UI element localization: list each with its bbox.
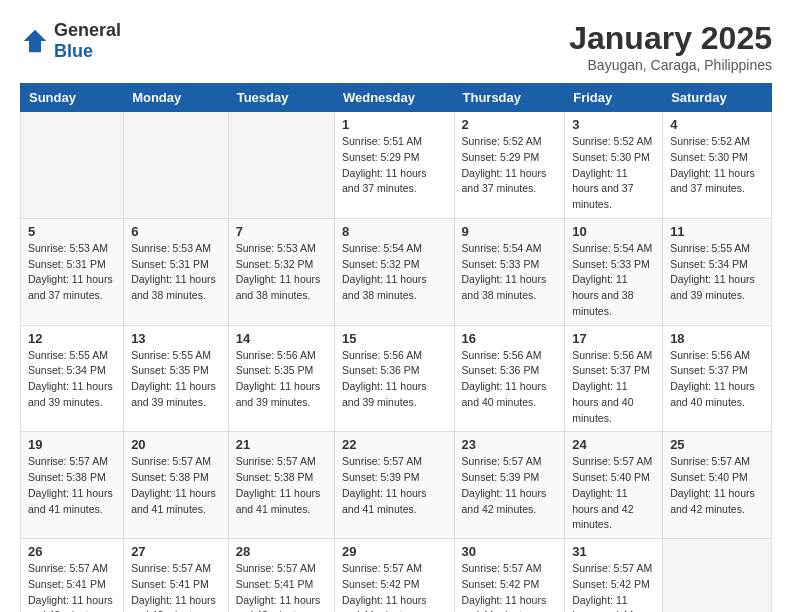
day-number: 22: [342, 437, 447, 452]
day-info: Sunrise: 5:52 AMSunset: 5:30 PMDaylight:…: [572, 134, 655, 213]
day-info: Sunrise: 5:57 AMSunset: 5:41 PMDaylight:…: [131, 561, 221, 612]
day-cell: [124, 112, 229, 219]
page-header: General Blue January 2025 Bayugan, Carag…: [20, 20, 772, 73]
day-cell: 18Sunrise: 5:56 AMSunset: 5:37 PMDayligh…: [663, 325, 772, 432]
day-number: 25: [670, 437, 764, 452]
day-number: 13: [131, 331, 221, 346]
day-number: 15: [342, 331, 447, 346]
day-cell: 13Sunrise: 5:55 AMSunset: 5:35 PMDayligh…: [124, 325, 229, 432]
day-cell: 16Sunrise: 5:56 AMSunset: 5:36 PMDayligh…: [454, 325, 565, 432]
day-cell: 15Sunrise: 5:56 AMSunset: 5:36 PMDayligh…: [334, 325, 454, 432]
day-info: Sunrise: 5:57 AMSunset: 5:41 PMDaylight:…: [28, 561, 116, 612]
day-cell: [21, 112, 124, 219]
day-info: Sunrise: 5:53 AMSunset: 5:31 PMDaylight:…: [131, 241, 221, 304]
week-row-2: 5Sunrise: 5:53 AMSunset: 5:31 PMDaylight…: [21, 218, 772, 325]
day-number: 20: [131, 437, 221, 452]
day-info: Sunrise: 5:55 AMSunset: 5:34 PMDaylight:…: [28, 348, 116, 411]
day-info: Sunrise: 5:56 AMSunset: 5:36 PMDaylight:…: [342, 348, 447, 411]
day-number: 19: [28, 437, 116, 452]
day-number: 27: [131, 544, 221, 559]
calendar-body: 1Sunrise: 5:51 AMSunset: 5:29 PMDaylight…: [21, 112, 772, 613]
week-row-3: 12Sunrise: 5:55 AMSunset: 5:34 PMDayligh…: [21, 325, 772, 432]
day-number: 6: [131, 224, 221, 239]
day-cell: 4Sunrise: 5:52 AMSunset: 5:30 PMDaylight…: [663, 112, 772, 219]
day-info: Sunrise: 5:55 AMSunset: 5:34 PMDaylight:…: [670, 241, 764, 304]
day-info: Sunrise: 5:56 AMSunset: 5:35 PMDaylight:…: [236, 348, 327, 411]
svg-marker-0: [24, 30, 47, 53]
day-info: Sunrise: 5:54 AMSunset: 5:32 PMDaylight:…: [342, 241, 447, 304]
day-info: Sunrise: 5:53 AMSunset: 5:32 PMDaylight:…: [236, 241, 327, 304]
day-cell: 17Sunrise: 5:56 AMSunset: 5:37 PMDayligh…: [565, 325, 663, 432]
day-number: 2: [462, 117, 558, 132]
day-number: 8: [342, 224, 447, 239]
header-cell-friday: Friday: [565, 84, 663, 112]
day-cell: 20Sunrise: 5:57 AMSunset: 5:38 PMDayligh…: [124, 432, 229, 539]
day-info: Sunrise: 5:57 AMSunset: 5:40 PMDaylight:…: [572, 454, 655, 533]
day-info: Sunrise: 5:53 AMSunset: 5:31 PMDaylight:…: [28, 241, 116, 304]
day-cell: 12Sunrise: 5:55 AMSunset: 5:34 PMDayligh…: [21, 325, 124, 432]
day-info: Sunrise: 5:52 AMSunset: 5:29 PMDaylight:…: [462, 134, 558, 197]
day-cell: 10Sunrise: 5:54 AMSunset: 5:33 PMDayligh…: [565, 218, 663, 325]
subtitle: Bayugan, Caraga, Philippines: [569, 57, 772, 73]
day-number: 17: [572, 331, 655, 346]
logo-blue: Blue: [54, 41, 121, 62]
day-cell: 25Sunrise: 5:57 AMSunset: 5:40 PMDayligh…: [663, 432, 772, 539]
day-number: 14: [236, 331, 327, 346]
day-cell: 9Sunrise: 5:54 AMSunset: 5:33 PMDaylight…: [454, 218, 565, 325]
day-cell: [228, 112, 334, 219]
day-number: 16: [462, 331, 558, 346]
header-cell-sunday: Sunday: [21, 84, 124, 112]
day-number: 5: [28, 224, 116, 239]
day-number: 30: [462, 544, 558, 559]
week-row-1: 1Sunrise: 5:51 AMSunset: 5:29 PMDaylight…: [21, 112, 772, 219]
day-info: Sunrise: 5:56 AMSunset: 5:37 PMDaylight:…: [670, 348, 764, 411]
day-cell: 2Sunrise: 5:52 AMSunset: 5:29 PMDaylight…: [454, 112, 565, 219]
day-cell: 6Sunrise: 5:53 AMSunset: 5:31 PMDaylight…: [124, 218, 229, 325]
day-number: 1: [342, 117, 447, 132]
day-info: Sunrise: 5:54 AMSunset: 5:33 PMDaylight:…: [572, 241, 655, 320]
day-cell: 21Sunrise: 5:57 AMSunset: 5:38 PMDayligh…: [228, 432, 334, 539]
logo: General Blue: [20, 20, 121, 62]
day-number: 3: [572, 117, 655, 132]
day-info: Sunrise: 5:57 AMSunset: 5:38 PMDaylight:…: [236, 454, 327, 517]
day-number: 28: [236, 544, 327, 559]
day-cell: 5Sunrise: 5:53 AMSunset: 5:31 PMDaylight…: [21, 218, 124, 325]
day-info: Sunrise: 5:57 AMSunset: 5:39 PMDaylight:…: [342, 454, 447, 517]
week-row-4: 19Sunrise: 5:57 AMSunset: 5:38 PMDayligh…: [21, 432, 772, 539]
day-number: 21: [236, 437, 327, 452]
logo-general: General: [54, 20, 121, 41]
day-number: 18: [670, 331, 764, 346]
day-cell: 19Sunrise: 5:57 AMSunset: 5:38 PMDayligh…: [21, 432, 124, 539]
main-title: January 2025: [569, 20, 772, 57]
day-number: 29: [342, 544, 447, 559]
day-info: Sunrise: 5:57 AMSunset: 5:42 PMDaylight:…: [572, 561, 655, 612]
day-cell: 8Sunrise: 5:54 AMSunset: 5:32 PMDaylight…: [334, 218, 454, 325]
day-number: 31: [572, 544, 655, 559]
day-number: 26: [28, 544, 116, 559]
week-row-5: 26Sunrise: 5:57 AMSunset: 5:41 PMDayligh…: [21, 539, 772, 613]
day-info: Sunrise: 5:57 AMSunset: 5:39 PMDaylight:…: [462, 454, 558, 517]
calendar-table: SundayMondayTuesdayWednesdayThursdayFrid…: [20, 83, 772, 612]
day-cell: 1Sunrise: 5:51 AMSunset: 5:29 PMDaylight…: [334, 112, 454, 219]
day-cell: 22Sunrise: 5:57 AMSunset: 5:39 PMDayligh…: [334, 432, 454, 539]
day-cell: 23Sunrise: 5:57 AMSunset: 5:39 PMDayligh…: [454, 432, 565, 539]
title-section: January 2025 Bayugan, Caraga, Philippine…: [569, 20, 772, 73]
logo-text: General Blue: [54, 20, 121, 62]
day-info: Sunrise: 5:55 AMSunset: 5:35 PMDaylight:…: [131, 348, 221, 411]
header-cell-thursday: Thursday: [454, 84, 565, 112]
day-number: 7: [236, 224, 327, 239]
day-cell: 14Sunrise: 5:56 AMSunset: 5:35 PMDayligh…: [228, 325, 334, 432]
header-cell-tuesday: Tuesday: [228, 84, 334, 112]
day-info: Sunrise: 5:57 AMSunset: 5:38 PMDaylight:…: [131, 454, 221, 517]
day-number: 4: [670, 117, 764, 132]
day-number: 11: [670, 224, 764, 239]
day-info: Sunrise: 5:52 AMSunset: 5:30 PMDaylight:…: [670, 134, 764, 197]
day-cell: 24Sunrise: 5:57 AMSunset: 5:40 PMDayligh…: [565, 432, 663, 539]
day-info: Sunrise: 5:54 AMSunset: 5:33 PMDaylight:…: [462, 241, 558, 304]
day-info: Sunrise: 5:56 AMSunset: 5:37 PMDaylight:…: [572, 348, 655, 427]
header-cell-monday: Monday: [124, 84, 229, 112]
day-cell: 28Sunrise: 5:57 AMSunset: 5:41 PMDayligh…: [228, 539, 334, 613]
day-cell: 26Sunrise: 5:57 AMSunset: 5:41 PMDayligh…: [21, 539, 124, 613]
day-cell: [663, 539, 772, 613]
day-number: 12: [28, 331, 116, 346]
